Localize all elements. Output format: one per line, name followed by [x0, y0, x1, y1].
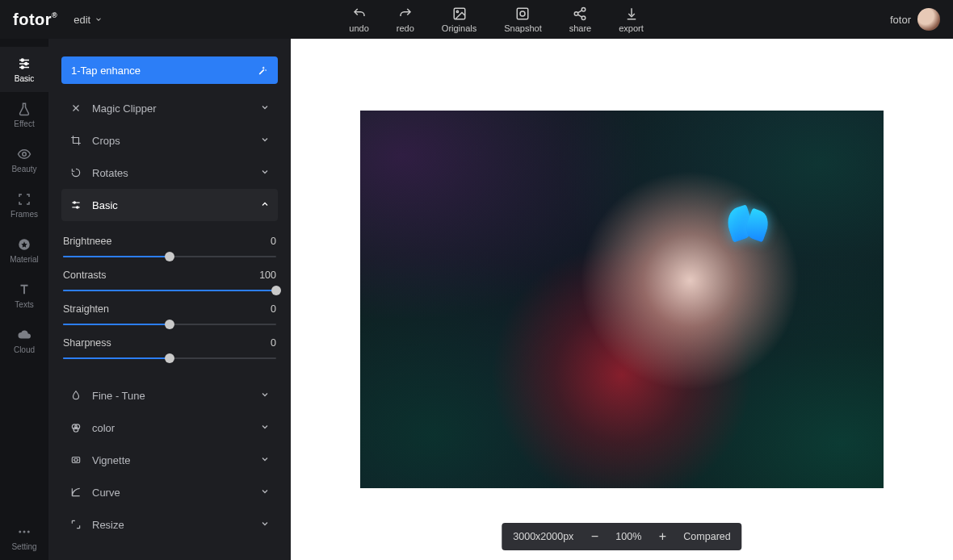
- color-icon: [69, 421, 82, 434]
- svg-point-17: [23, 530, 26, 533]
- svg-point-25: [73, 427, 78, 432]
- canvas-status-bar: 3000x2000px − 100% + Compared: [502, 523, 741, 550]
- text-icon: [17, 282, 31, 297]
- slider-contrasts: Contrasts100: [63, 270, 276, 295]
- sliders-icon: [69, 199, 82, 211]
- avatar: [917, 8, 940, 31]
- slider-brightness: Brightneee0: [63, 236, 276, 261]
- nav-texts[interactable]: Texts: [0, 273, 48, 318]
- sliders-icon: [17, 56, 31, 71]
- eye-icon: [17, 147, 31, 161]
- svg-point-1: [456, 10, 458, 12]
- tool-resize[interactable]: Resize: [61, 508, 278, 541]
- mode-dropdown[interactable]: edit: [73, 14, 103, 26]
- svg-point-4: [582, 7, 586, 11]
- redo-icon: [398, 6, 413, 21]
- curve-icon: [69, 486, 82, 499]
- tool-color[interactable]: color: [61, 412, 278, 444]
- zoom-in-button[interactable]: +: [654, 529, 670, 545]
- scissors-icon: [69, 102, 82, 115]
- slider-value: 0: [271, 337, 276, 349]
- tool-vignette[interactable]: Vignette: [61, 444, 278, 476]
- export-button[interactable]: export: [619, 6, 644, 33]
- resize-icon: [69, 518, 82, 531]
- one-tap-enhance-button[interactable]: 1-Tap enhance: [61, 56, 278, 84]
- star-circle-icon: [17, 237, 31, 252]
- slider-thumb[interactable]: [165, 252, 174, 261]
- share-icon: [573, 6, 587, 21]
- image-icon: [452, 6, 467, 21]
- header-bar: fotor® edit undo redo Originals Snapshot: [0, 0, 953, 39]
- crop-icon: [69, 134, 82, 147]
- nav-cloud[interactable]: Cloud: [0, 318, 48, 363]
- chevron-down-icon: [260, 102, 270, 115]
- svg-point-18: [27, 530, 30, 533]
- tool-crops[interactable]: Crops: [61, 124, 278, 157]
- slider-thumb[interactable]: [165, 320, 174, 329]
- frame-icon: [17, 192, 31, 207]
- nav-beauty[interactable]: Beauty: [0, 137, 48, 182]
- nav-basic[interactable]: Basic: [0, 47, 48, 92]
- svg-point-5: [575, 11, 579, 15]
- svg-point-13: [23, 152, 27, 156]
- svg-rect-26: [72, 458, 79, 463]
- undo-button[interactable]: undo: [349, 6, 368, 33]
- tool-fine-tune[interactable]: Fine - Tune: [61, 379, 278, 412]
- chevron-down-icon: [260, 135, 270, 147]
- tool-rotates[interactable]: Rotates: [61, 157, 278, 189]
- rotate-icon: [69, 166, 82, 179]
- slider-track[interactable]: [63, 286, 276, 295]
- zoom-out-button[interactable]: −: [586, 529, 602, 545]
- download-icon: [624, 6, 639, 21]
- nav-material[interactable]: Material: [0, 228, 48, 273]
- svg-point-10: [21, 59, 23, 61]
- svg-point-6: [582, 16, 586, 20]
- chevron-down-icon: [260, 390, 270, 402]
- camera-icon: [515, 6, 530, 21]
- tool-curve[interactable]: Curve: [61, 476, 278, 508]
- tool-magic-clipper[interactable]: Magic Clipper: [61, 92, 278, 124]
- chevron-down-icon: [260, 487, 270, 499]
- magic-wand-icon: [257, 65, 268, 76]
- svg-point-27: [74, 458, 78, 462]
- svg-point-3: [520, 11, 525, 16]
- slider-value: 0: [271, 303, 276, 315]
- user-name: fotor: [890, 14, 911, 26]
- canvas-image[interactable]: [360, 111, 884, 488]
- svg-point-21: [73, 202, 75, 203]
- nav-frames[interactable]: Frames: [0, 182, 48, 228]
- canvas-area[interactable]: 3000x2000px − 100% + Compared: [291, 39, 953, 560]
- slider-track[interactable]: [63, 252, 276, 261]
- undo-icon: [352, 6, 367, 21]
- tool-basic[interactable]: Basic: [61, 189, 278, 221]
- snapshot-button[interactable]: Snapshot: [504, 6, 541, 33]
- side-nav: Basic Effect Beauty Frames Material Text…: [0, 39, 48, 560]
- droplet-icon: [69, 389, 82, 402]
- slider-value: 100: [259, 270, 276, 281]
- chevron-down-icon: [260, 167, 270, 179]
- user-menu[interactable]: fotor: [890, 8, 940, 31]
- redo-button[interactable]: redo: [397, 6, 414, 33]
- nav-setting[interactable]: Setting: [0, 515, 48, 560]
- flask-icon: [17, 102, 31, 116]
- tools-panel: 1-Tap enhance Magic Clipper Crops Rotate…: [48, 39, 291, 560]
- cloud-icon: [17, 328, 31, 342]
- chevron-down-icon: [260, 454, 270, 466]
- slider-thumb[interactable]: [271, 286, 281, 295]
- compare-button[interactable]: Compared: [683, 531, 730, 542]
- svg-point-11: [25, 62, 27, 65]
- vignette-icon: [69, 453, 82, 466]
- mode-label: edit: [73, 14, 90, 26]
- originals-button[interactable]: Originals: [442, 6, 476, 33]
- top-actions: undo redo Originals Snapshot share expor…: [103, 6, 890, 33]
- slider-track[interactable]: [63, 320, 276, 329]
- svg-point-12: [21, 66, 23, 69]
- slider-thumb[interactable]: [165, 353, 174, 363]
- share-button[interactable]: share: [569, 6, 592, 33]
- slider-value: 0: [271, 236, 276, 247]
- nav-effect[interactable]: Effect: [0, 92, 48, 137]
- chevron-down-icon: [260, 422, 270, 434]
- slider-track[interactable]: [63, 353, 276, 363]
- svg-rect-2: [518, 8, 529, 19]
- image-dimensions: 3000x2000px: [513, 531, 573, 542]
